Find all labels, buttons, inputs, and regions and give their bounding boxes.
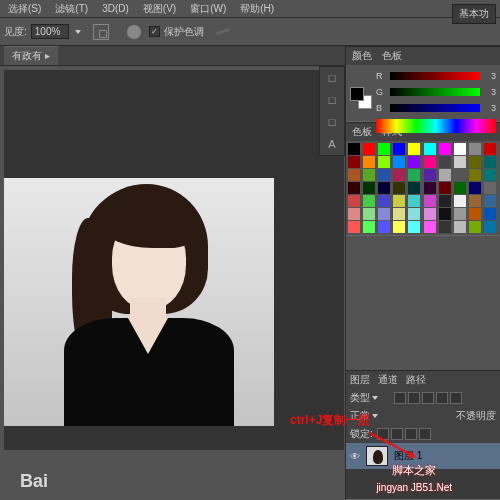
filter-smart-icon[interactable] <box>450 392 462 404</box>
swatch[interactable] <box>348 156 360 168</box>
menu-select[interactable]: 选择(S) <box>8 2 41 16</box>
swatch[interactable] <box>454 169 466 181</box>
color-tab[interactable]: 颜色 <box>352 49 372 63</box>
menu-3d[interactable]: 3D(D) <box>102 3 129 14</box>
filter-pixel-icon[interactable] <box>394 392 406 404</box>
swatches-tab[interactable]: 色板 <box>352 125 372 139</box>
swatch[interactable] <box>484 156 496 168</box>
swatch[interactable] <box>424 208 436 220</box>
swatch[interactable] <box>439 182 451 194</box>
lock-position-icon[interactable] <box>405 428 417 440</box>
panel-icon[interactable]: A <box>320 133 344 155</box>
visibility-icon[interactable]: 👁 <box>348 449 362 463</box>
menu-help[interactable]: 帮助(H) <box>240 2 274 16</box>
lock-all-icon[interactable] <box>419 428 431 440</box>
swatch[interactable] <box>348 169 360 181</box>
menu-window[interactable]: 窗口(W) <box>190 2 226 16</box>
panel-icon[interactable]: □ <box>320 67 344 89</box>
swatch[interactable] <box>408 221 420 233</box>
swatch[interactable] <box>378 143 390 155</box>
swatch[interactable] <box>469 221 481 233</box>
swatch[interactable] <box>484 195 496 207</box>
swatch[interactable] <box>484 169 496 181</box>
swatch[interactable] <box>378 221 390 233</box>
canvas-area[interactable] <box>4 70 344 450</box>
brush-icon[interactable] <box>127 25 141 39</box>
lock-pixels-icon[interactable] <box>391 428 403 440</box>
swatch[interactable] <box>454 143 466 155</box>
swatch[interactable] <box>363 156 375 168</box>
swatch[interactable] <box>469 182 481 194</box>
swatch[interactable] <box>424 143 436 155</box>
swatch[interactable] <box>439 195 451 207</box>
panel-icon[interactable]: □ <box>320 89 344 111</box>
swatch[interactable] <box>469 143 481 155</box>
swatch[interactable] <box>454 156 466 168</box>
protect-checkbox[interactable]: ✓ <box>149 26 160 37</box>
swatch[interactable] <box>348 221 360 233</box>
swatch[interactable] <box>424 156 436 168</box>
r-slider[interactable] <box>390 72 480 80</box>
swatch[interactable] <box>378 195 390 207</box>
swatch[interactable] <box>469 195 481 207</box>
swatch[interactable] <box>439 208 451 220</box>
swatch[interactable] <box>484 182 496 194</box>
color-spectrum[interactable] <box>376 119 496 133</box>
swatch[interactable] <box>348 208 360 220</box>
menu-view[interactable]: 视图(V) <box>143 2 176 16</box>
swatch[interactable] <box>408 169 420 181</box>
swatch[interactable] <box>454 182 466 194</box>
g-slider[interactable] <box>390 88 480 96</box>
swatch[interactable] <box>363 195 375 207</box>
filter-shape-icon[interactable] <box>436 392 448 404</box>
swatch[interactable] <box>484 143 496 155</box>
filter-adjust-icon[interactable] <box>408 392 420 404</box>
swatch[interactable] <box>363 169 375 181</box>
fg-bg-swatch[interactable] <box>350 87 372 109</box>
kind-dropdown[interactable] <box>370 391 380 405</box>
swatch[interactable] <box>454 221 466 233</box>
zoom-dropdown[interactable] <box>73 25 83 39</box>
swatch[interactable] <box>454 208 466 220</box>
swatch[interactable] <box>424 182 436 194</box>
workspace-button[interactable]: 基本功 <box>452 4 496 24</box>
swatch[interactable] <box>439 169 451 181</box>
swatch[interactable] <box>484 221 496 233</box>
swatch[interactable] <box>393 208 405 220</box>
swatch[interactable] <box>363 182 375 194</box>
swatch[interactable] <box>393 143 405 155</box>
swatch[interactable] <box>424 221 436 233</box>
swatch[interactable] <box>469 169 481 181</box>
zoom-input[interactable] <box>31 24 69 39</box>
swatch[interactable] <box>378 169 390 181</box>
swatch[interactable] <box>348 195 360 207</box>
swatch[interactable] <box>408 182 420 194</box>
swatch[interactable] <box>484 208 496 220</box>
swatch[interactable] <box>393 169 405 181</box>
document-tab[interactable]: 有政有 ▸ <box>4 46 58 65</box>
swatch[interactable] <box>393 195 405 207</box>
tool-icon[interactable] <box>216 28 230 36</box>
swatch[interactable] <box>363 143 375 155</box>
swatch[interactable] <box>469 208 481 220</box>
filter-type-icon[interactable] <box>422 392 434 404</box>
paths-tab[interactable]: 路径 <box>406 373 426 387</box>
swatch[interactable] <box>424 169 436 181</box>
swatch[interactable] <box>393 221 405 233</box>
swatch[interactable] <box>439 221 451 233</box>
layers-tab[interactable]: 图层 <box>350 373 370 387</box>
swatch[interactable] <box>408 156 420 168</box>
swatch[interactable] <box>378 182 390 194</box>
swatch[interactable] <box>408 195 420 207</box>
swatch[interactable] <box>348 143 360 155</box>
swatch[interactable] <box>363 208 375 220</box>
panel-icon[interactable]: □ <box>320 111 344 133</box>
menu-filter[interactable]: 滤镜(T) <box>55 2 88 16</box>
swatch[interactable] <box>408 208 420 220</box>
swatch[interactable] <box>393 182 405 194</box>
swatch[interactable] <box>363 221 375 233</box>
swatch[interactable] <box>469 156 481 168</box>
swatch[interactable] <box>439 156 451 168</box>
channels-tab[interactable]: 通道 <box>378 373 398 387</box>
swatch[interactable] <box>439 143 451 155</box>
